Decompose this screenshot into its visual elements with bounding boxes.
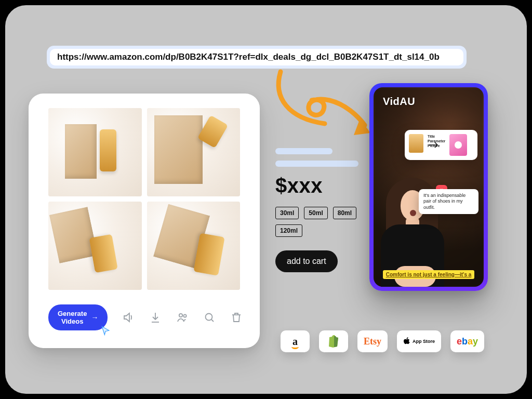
cursor-icon xyxy=(100,325,111,336)
svg-point-2 xyxy=(206,314,212,321)
integration-badges: a Etsy App Store ebay xyxy=(281,330,484,352)
download-icon[interactable] xyxy=(149,311,162,324)
product-thumbnail[interactable] xyxy=(147,202,241,290)
app-stage: Generate Videos → xyxy=(5,5,527,394)
caption-text: Comfort is not just a feeling—it's a xyxy=(383,270,475,279)
integration-appstore[interactable]: App Store xyxy=(397,330,441,352)
brand-watermark: VidAU xyxy=(383,96,415,108)
skeleton-line xyxy=(275,148,332,154)
product-source-card: Generate Videos → xyxy=(29,94,260,348)
integration-amazon[interactable]: a xyxy=(281,330,310,352)
amazon-icon: a xyxy=(292,336,298,348)
add-to-cart-button[interactable]: add to cart xyxy=(275,250,338,272)
price-label: $xxx xyxy=(275,174,361,197)
speaker-icon[interactable] xyxy=(122,311,135,324)
svg-point-0 xyxy=(179,314,182,317)
ebay-logo: ebay xyxy=(457,336,478,347)
skeleton-line xyxy=(275,161,358,167)
overlay-product-thumb xyxy=(409,134,423,153)
search-icon[interactable] xyxy=(203,311,216,324)
product-url-input[interactable] xyxy=(50,49,463,65)
video-caption: Comfort is not just a feeling—it's a xyxy=(374,269,484,278)
arrow-right-icon: → xyxy=(91,313,98,322)
people-icon[interactable] xyxy=(176,311,189,324)
flow-arrow-icon xyxy=(257,66,377,144)
size-options: 30ml 50ml 80ml 120ml xyxy=(275,207,361,237)
svg-point-1 xyxy=(184,314,187,317)
video-preview-phone: VidAU Title Parameter Picture xyxy=(369,83,488,291)
product-overlay-card: Title Parameter Picture xyxy=(405,130,477,160)
integration-etsy[interactable]: Etsy xyxy=(357,330,388,352)
card-toolbar: Generate Videos → xyxy=(48,304,240,330)
generate-videos-button[interactable]: Generate Videos → xyxy=(48,304,108,330)
shopify-icon xyxy=(328,335,339,348)
product-thumbnail[interactable] xyxy=(48,108,142,196)
size-option[interactable]: 80ml xyxy=(333,207,356,219)
size-option[interactable]: 120ml xyxy=(275,224,302,237)
product-thumbnail[interactable] xyxy=(48,202,142,290)
size-option[interactable]: 30ml xyxy=(275,207,299,219)
product-summary: $xxx 30ml 50ml 80ml 120ml add to cart xyxy=(275,148,361,272)
speech-bubble: It's an indispensable pair of shoes in m… xyxy=(419,189,478,214)
trash-icon[interactable] xyxy=(230,311,243,324)
apple-icon xyxy=(403,337,410,345)
arrow-right-icon xyxy=(429,141,439,149)
integration-ebay[interactable]: ebay xyxy=(450,330,484,352)
appstore-label: App Store xyxy=(413,339,435,344)
size-option[interactable]: 50ml xyxy=(304,207,327,219)
overlay-meta-line: Title xyxy=(428,134,445,139)
video-screen[interactable]: VidAU Title Parameter Picture xyxy=(374,87,484,287)
overlay-video-thumb xyxy=(449,134,467,156)
product-gallery xyxy=(48,108,240,290)
product-thumbnail[interactable] xyxy=(147,108,241,196)
integration-shopify[interactable] xyxy=(319,330,348,352)
generate-videos-label: Generate Videos xyxy=(58,310,87,325)
etsy-logo: Etsy xyxy=(364,336,381,347)
play-icon xyxy=(455,141,462,149)
url-bar xyxy=(47,46,467,69)
